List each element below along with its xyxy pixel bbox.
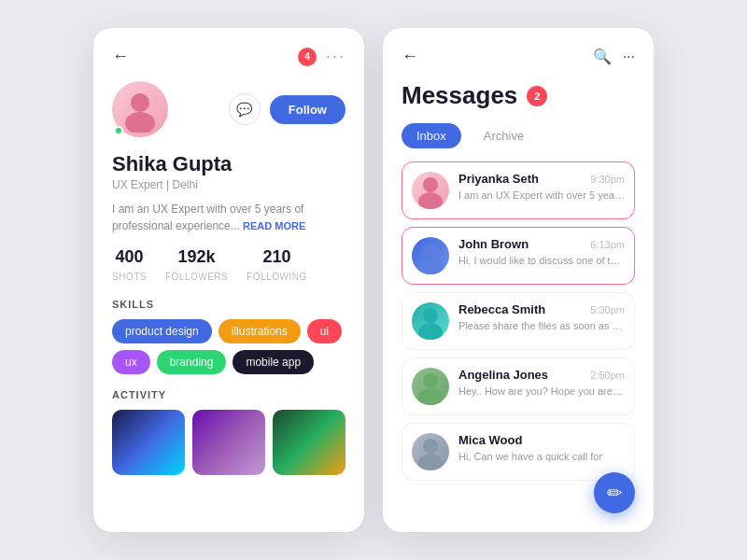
message-body-priyanka: Priyanka Seth 9:30pm I am an UX Expert w… [458,172,625,203]
search-button[interactable]: 🔍 [593,48,612,65]
svg-point-2 [423,177,438,192]
search-icon: 🔍 [593,48,612,65]
tab-archive[interactable]: Archive [469,123,539,148]
message-name-row: John Brown 6:13pm [458,237,625,251]
sender-name: John Brown [458,237,529,251]
message-item-angelina[interactable]: Angelina Jones 2:50pm Hey.. How are you?… [402,357,635,415]
online-indicator [114,126,123,135]
svg-point-8 [423,373,438,388]
profile-card: ← 4 ··· 💬 Follow Shika Gupta UX Expert |… [93,28,364,532]
back-button[interactable]: ← [112,47,129,66]
activity-title: ACTIVITY [112,389,345,400]
svg-point-6 [423,308,438,323]
tab-inbox[interactable]: Inbox [402,123,461,148]
sender-name: Priyanka Seth [458,172,539,186]
follow-button[interactable]: Follow [270,95,345,124]
messages-card: ← 🔍 ··· Messages 2 Inbox Archive Priyank… [383,28,654,532]
message-item-priyanka[interactable]: Priyanka Seth 9:30pm I am an UX Expert w… [402,161,635,219]
skill-product-design[interactable]: product design [112,319,212,343]
message-name-row: Rebecca Smith 5:30pm [458,302,625,316]
message-preview: Hey.. How are you? Hope you are doing we… [458,385,625,399]
more-icon: ··· [623,49,635,65]
message-body-john: John Brown 6:13pm Hi, I would like to di… [458,237,625,268]
stat-shots: 400 SHOTS [112,247,147,284]
sender-name: Mica Wood [458,433,522,447]
svg-point-9 [418,388,443,405]
skill-ux[interactable]: ux [112,350,150,374]
message-time: 5:30pm [590,304,625,315]
skills-title: SKILLS [112,299,345,310]
svg-point-1 [125,112,155,133]
activity-thumb-2[interactable] [192,410,265,475]
unread-badge: 2 [527,86,547,106]
messages-list: Priyanka Seth 9:30pm I am an UX Expert w… [402,161,635,481]
svg-point-0 [131,93,149,112]
read-more-link[interactable]: READ MORE [243,220,305,231]
message-item-john[interactable]: John Brown 6:13pm Hi, I would like to di… [402,227,635,285]
stat-following: 210 FOLLOWING [247,247,307,284]
skills-wrap: product design illustrations ui ux brand… [112,319,345,374]
message-time: 2:50pm [590,370,625,381]
message-time: 6:13pm [590,239,625,250]
avatar-mica [412,433,449,470]
avatar-wrap [112,81,168,137]
message-name-row: Mica Wood [458,433,625,447]
chat-icon: 💬 [236,102,252,117]
avatar-john [412,237,449,274]
message-preview: Hi, I would like to discuss one of the p… [458,254,625,268]
avatar-angelina [412,368,449,405]
compose-fab[interactable]: ✏ [594,472,635,513]
profile-role: UX Expert | Delhi [112,178,345,191]
avatar-priyanka [412,172,449,209]
notification-badge[interactable]: 4 [298,48,317,66]
tabs-row: Inbox Archive [402,123,635,148]
profile-bio: I am an UX Expert with over 5 years of p… [112,201,345,234]
skill-mobile-app[interactable]: mobile app [233,350,314,374]
sender-name: Angelina Jones [458,368,548,382]
message-item-mica[interactable]: Mica Wood Hi, Can we have a quick call f… [402,423,635,481]
message-icon-button[interactable]: 💬 [229,93,261,125]
svg-point-7 [418,323,443,340]
message-item-rebecca[interactable]: Rebecca Smith 5:30pm Please share the fi… [402,292,635,350]
message-preview: I am an UX Expert with over 5 years of p… [458,189,625,203]
svg-point-10 [423,439,438,454]
more-menu-button[interactable]: ··· [326,47,345,66]
skill-illustrations[interactable]: illustrations [218,319,301,343]
skill-branding[interactable]: branding [157,350,227,374]
stat-followers: 192k FOLLOWERS [165,247,228,284]
svg-point-5 [418,258,443,274]
message-name-row: Priyanka Seth 9:30pm [458,172,625,186]
profile-info-row: 💬 Follow [112,81,345,137]
message-body-rebecca: Rebecca Smith 5:30pm Please share the fi… [458,302,625,333]
stats-row: 400 SHOTS 192k FOLLOWERS 210 FOLLOWING [112,247,345,284]
message-body-angelina: Angelina Jones 2:50pm Hey.. How are you?… [458,368,625,399]
profile-header: ← 4 ··· [112,47,345,66]
message-time: 9:30pm [590,174,625,185]
svg-point-4 [423,243,438,258]
message-preview: Hi, Can we have a quick call for [458,450,625,464]
profile-actions: 💬 Follow [229,93,345,125]
activity-thumb-3[interactable] [273,410,345,475]
message-body-mica: Mica Wood Hi, Can we have a quick call f… [458,433,625,464]
skill-ui[interactable]: ui [307,319,342,343]
message-preview: Please share the files as soon as possib… [458,319,625,333]
messages-back-button[interactable]: ← [402,47,418,66]
svg-point-11 [418,454,443,470]
messages-header-icons: 🔍 ··· [593,48,635,65]
messages-title: Messages [402,81,517,110]
sender-name: Rebecca Smith [458,302,545,316]
avatar-rebecca [412,302,449,340]
svg-point-3 [418,192,443,209]
messages-more-button[interactable]: ··· [623,49,635,65]
header-right: 4 ··· [298,47,345,66]
messages-header: ← 🔍 ··· [402,47,635,66]
messages-title-row: Messages 2 [402,81,635,110]
profile-name: Shika Gupta [112,152,345,176]
message-name-row: Angelina Jones 2:50pm [458,368,625,382]
activity-thumb-1[interactable] [112,410,185,475]
activity-grid [112,410,345,475]
